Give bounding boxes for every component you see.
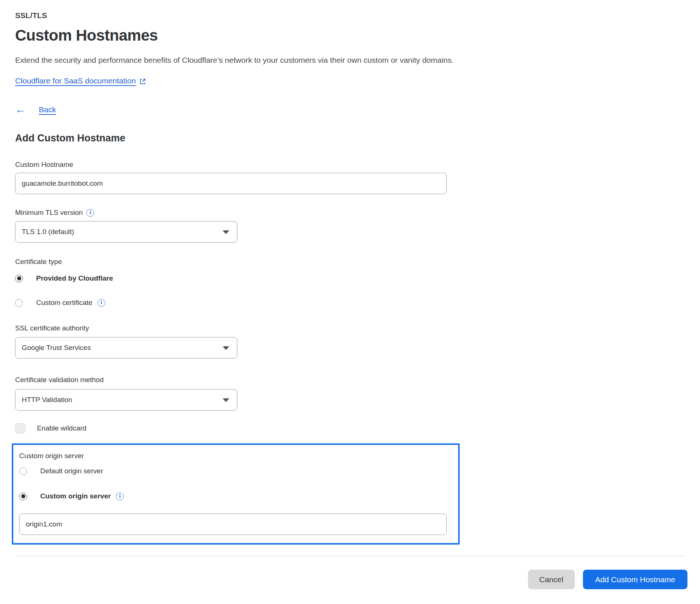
radio-label[interactable]: Provided by Cloudflare bbox=[36, 274, 113, 282]
radio-default-origin-server[interactable] bbox=[19, 467, 27, 475]
radio-row-custom-origin-server: Custom origin server i bbox=[19, 491, 458, 501]
info-icon[interactable]: i bbox=[86, 209, 94, 217]
page-title: Custom Hostnames bbox=[15, 26, 685, 45]
radio-custom-origin-server[interactable] bbox=[19, 493, 27, 500]
info-icon[interactable]: i bbox=[97, 299, 105, 307]
min-tls-label-row: Minimum TLS version i bbox=[15, 208, 685, 217]
min-tls-selected-value: TLS 1.0 (default) bbox=[22, 228, 74, 236]
validation-method-selected-value: HTTP Validation bbox=[22, 396, 72, 404]
certificate-type-label: Certificate type bbox=[15, 257, 685, 266]
custom-origin-server-section: Custom origin server Default origin serv… bbox=[12, 443, 460, 545]
back-link[interactable]: Back bbox=[39, 104, 56, 115]
section-label: SSL/TLS bbox=[15, 11, 685, 20]
radio-row-custom-certificate: Custom certificate i bbox=[15, 298, 685, 308]
radio-provided-by-cloudflare[interactable] bbox=[15, 275, 23, 282]
chevron-down-icon bbox=[223, 230, 229, 234]
chevron-down-icon bbox=[223, 346, 229, 350]
min-tls-select[interactable]: TLS 1.0 (default) bbox=[15, 221, 237, 243]
radio-custom-certificate[interactable] bbox=[15, 299, 23, 307]
validation-method-label: Certificate validation method bbox=[15, 375, 685, 384]
custom-hostname-label: Custom Hostname bbox=[15, 160, 685, 169]
enable-wildcard-label[interactable]: Enable wildcard bbox=[37, 424, 86, 432]
back-row: ← Back bbox=[15, 104, 685, 115]
custom-hostnames-page: SSL/TLS Custom Hostnames Extend the secu… bbox=[0, 11, 700, 589]
back-arrow-icon[interactable]: ← bbox=[15, 104, 25, 115]
min-tls-label: Minimum TLS version bbox=[15, 208, 83, 217]
chevron-down-icon bbox=[223, 398, 229, 402]
cert-authority-select[interactable]: Google Trust Services bbox=[15, 337, 237, 358]
radio-label[interactable]: Custom certificate bbox=[36, 299, 92, 307]
form-title: Add Custom Hostname bbox=[15, 131, 685, 145]
cert-authority-selected-value: Google Trust Services bbox=[22, 344, 91, 352]
saas-documentation-link[interactable]: Cloudflare for SaaS documentation bbox=[15, 75, 136, 86]
radio-row-default-origin-server: Default origin server bbox=[19, 466, 458, 476]
validation-method-select[interactable]: HTTP Validation bbox=[15, 389, 237, 411]
wildcard-row: Enable wildcard bbox=[15, 423, 685, 433]
custom-hostname-input[interactable] bbox=[15, 173, 447, 194]
divider bbox=[15, 556, 685, 556]
info-icon[interactable]: i bbox=[116, 493, 124, 500]
add-custom-hostname-button[interactable]: Add Custom Hostname bbox=[583, 570, 687, 589]
page-description: Extend the security and performance bene… bbox=[15, 55, 685, 66]
custom-origin-server-input[interactable] bbox=[19, 514, 447, 535]
doc-link-row: Cloudflare for SaaS documentation bbox=[15, 75, 685, 86]
external-link-icon bbox=[139, 78, 146, 85]
radio-label[interactable]: Default origin server bbox=[40, 467, 103, 475]
radio-label[interactable]: Custom origin server bbox=[40, 492, 111, 500]
cert-authority-label: SSL certificate authority bbox=[15, 324, 685, 333]
cancel-button[interactable]: Cancel bbox=[528, 570, 575, 589]
custom-origin-server-label: Custom origin server bbox=[19, 452, 458, 460]
enable-wildcard-checkbox[interactable] bbox=[15, 423, 25, 433]
footer-actions: Cancel Add Custom Hostname bbox=[0, 570, 700, 589]
radio-row-provided-by-cloudflare: Provided by Cloudflare bbox=[15, 274, 685, 283]
